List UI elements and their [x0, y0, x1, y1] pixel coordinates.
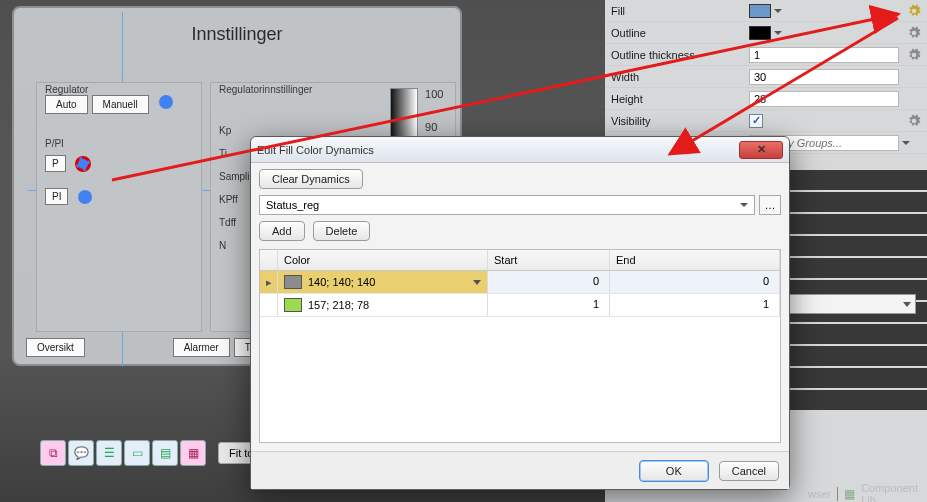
outline-color-swatch[interactable] [749, 26, 771, 40]
tag-select-value: Status_reg [266, 199, 319, 211]
tool-icon[interactable]: ⧉ [40, 440, 66, 466]
row-end-value[interactable]: 1 [610, 294, 780, 316]
dock-toolbar: ⧉ 💬 ☰ ▭ ▤ ▦ Fit to [40, 440, 264, 466]
ppi-label: P/PI [37, 132, 201, 155]
scale-tick: 100 [425, 88, 443, 121]
col-header-color[interactable]: Color [278, 250, 488, 270]
status-footer: wser ▦ Component Lib [808, 482, 927, 502]
row-color-label: 157; 218; 78 [308, 299, 369, 311]
tool-icon[interactable]: ▭ [124, 440, 150, 466]
dialog-title: Edit Fill Color Dynamics [257, 144, 374, 156]
status-dot[interactable] [159, 95, 173, 109]
grid-row[interactable]: ▸ 140; 140; 140 0 0 [260, 271, 780, 294]
fill-color-swatch[interactable] [749, 4, 771, 18]
prop-row-fill: Fill [605, 0, 927, 22]
chevron-down-icon[interactable] [774, 9, 782, 13]
tool-icon[interactable]: ☰ [96, 440, 122, 466]
prop-row-width: Width [605, 66, 927, 88]
prop-label: Visibility [611, 115, 749, 127]
component-library-label[interactable]: Component Lib [861, 482, 927, 502]
row-color-swatch[interactable] [284, 275, 302, 289]
group-label: Regulatorinnstillinger [211, 78, 320, 101]
chevron-down-icon[interactable] [902, 141, 910, 145]
chevron-down-icon [903, 302, 911, 307]
auto-button[interactable]: Auto [45, 95, 88, 114]
browse-tag-button[interactable]: … [759, 195, 781, 215]
row-color-label: 140; 140; 140 [308, 276, 375, 288]
prop-label: Outline [611, 27, 749, 39]
close-button[interactable]: ✕ [739, 141, 783, 159]
cancel-button[interactable]: Cancel [719, 461, 779, 481]
prop-label: Height [611, 93, 749, 105]
gear-icon[interactable] [907, 4, 921, 18]
delete-button[interactable]: Delete [313, 221, 371, 241]
tool-icon[interactable]: ▦ [180, 440, 206, 466]
panel-title: Innstillinger [22, 24, 452, 45]
row-end-value[interactable]: 0 [610, 271, 780, 293]
prop-row-outline-thickness: Outline thickness [605, 44, 927, 66]
regulator-group: Regulator Auto Manuell P/PI P PI [36, 82, 202, 332]
panel-dropdown[interactable] [788, 294, 916, 314]
p-button[interactable]: P [45, 155, 66, 172]
grid-header: Color Start End [260, 250, 780, 271]
height-input[interactable] [749, 91, 899, 107]
card-footer-tabs: Oversikt Alarmer Tre [26, 338, 270, 357]
alarmer-button[interactable]: Alarmer [173, 338, 230, 357]
row-start-value[interactable]: 1 [488, 294, 610, 316]
outline-thickness-input[interactable] [749, 47, 899, 63]
tool-icon[interactable]: ▤ [152, 440, 178, 466]
grid-row[interactable]: 157; 218; 78 1 1 [260, 294, 780, 317]
pi-button[interactable]: PI [45, 188, 68, 205]
edit-fill-color-dynamics-dialog: Edit Fill Color Dynamics ✕ Clear Dynamic… [250, 136, 790, 490]
dialog-titlebar[interactable]: Edit Fill Color Dynamics ✕ [251, 137, 789, 163]
prop-row-height: Height [605, 88, 927, 110]
prop-row-outline: Outline [605, 22, 927, 44]
tool-icon[interactable]: 💬 [68, 440, 94, 466]
manuell-button[interactable]: Manuell [92, 95, 149, 114]
oversikt-button[interactable]: Oversikt [26, 338, 85, 357]
visibility-checkbox[interactable]: ✓ [749, 114, 763, 128]
ok-button[interactable]: OK [639, 460, 709, 482]
tag-select[interactable]: Status_reg [259, 195, 755, 215]
chevron-down-icon[interactable] [473, 280, 481, 285]
gear-icon[interactable] [907, 114, 921, 128]
add-button[interactable]: Add [259, 221, 305, 241]
row-start-value[interactable]: 0 [488, 271, 610, 293]
status-dot[interactable] [78, 190, 92, 204]
selected-status-dot[interactable] [76, 157, 90, 171]
prop-label: Outline thickness [611, 49, 749, 61]
col-header-start[interactable]: Start [488, 250, 610, 270]
close-icon: ✕ [757, 143, 766, 156]
dynamics-grid: Color Start End ▸ 140; 140; 140 0 0 157;… [259, 249, 781, 443]
clear-dynamics-button[interactable]: Clear Dynamics [259, 169, 363, 189]
prop-label: Width [611, 71, 749, 83]
chevron-down-icon [740, 203, 748, 207]
row-indicator-icon: ▸ [260, 271, 278, 293]
row-color-swatch[interactable] [284, 298, 302, 312]
prop-row-visibility: Visibility ✓ [605, 110, 927, 132]
gear-icon[interactable] [907, 26, 921, 40]
col-header-end[interactable]: End [610, 250, 780, 270]
dialog-footer: OK Cancel [251, 451, 789, 489]
component-library-icon[interactable]: ▦ [844, 487, 855, 501]
width-input[interactable] [749, 69, 899, 85]
chevron-down-icon[interactable] [774, 31, 782, 35]
status-wser: wser [808, 488, 831, 500]
prop-label: Fill [611, 5, 749, 17]
gear-icon[interactable] [907, 48, 921, 62]
